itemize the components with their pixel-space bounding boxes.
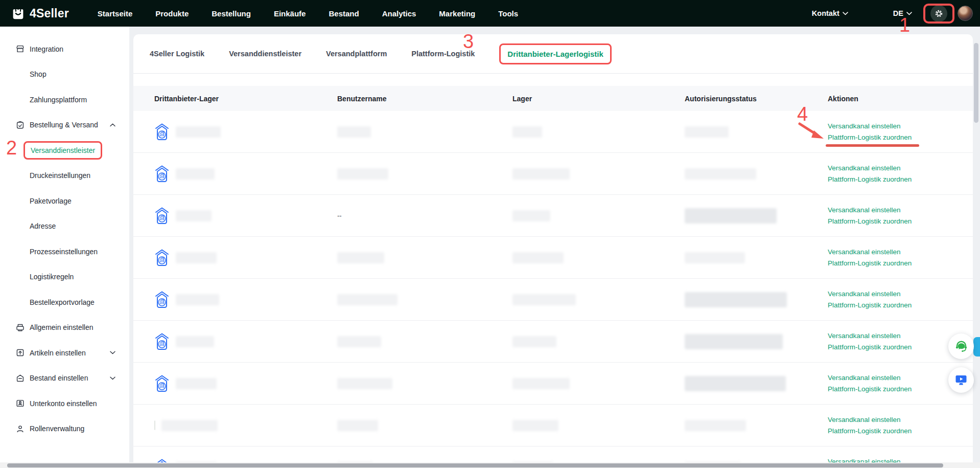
cell-actions: Versandkanal einstellenPlattform-Logisti…: [828, 290, 973, 309]
sidebar-item-allgemein-einstellen[interactable]: Allgemein einstellen: [0, 315, 129, 341]
cell-username: --: [337, 212, 512, 219]
cell-username: [337, 336, 512, 347]
sidebar-item-bestand-einstellen[interactable]: Bestand einstellen: [0, 366, 129, 391]
cell-status: [685, 208, 828, 224]
cell-lager: [512, 420, 685, 431]
redacted-username: [337, 252, 384, 263]
user-avatar[interactable]: [958, 6, 973, 21]
sidebar-item-zahlungsplattform[interactable]: Zahlungsplattform: [0, 87, 129, 113]
nav-item-produkte[interactable]: Produkte: [155, 9, 189, 18]
nav-item-einkäufe[interactable]: Einkäufe: [274, 9, 306, 18]
video-tutorial-button[interactable]: [948, 367, 974, 393]
action-plattform-logistik-zuordnen[interactable]: Plattform-Logistik zuordnen: [828, 175, 973, 183]
annotation-underline: [826, 144, 919, 147]
action-plattform-logistik-zuordnen[interactable]: Plattform-Logistik zuordnen: [828, 259, 973, 267]
id-card-icon: [15, 398, 25, 408]
action-plattform-logistik-zuordnen[interactable]: Plattform-Logistik zuordnen: [828, 301, 973, 309]
table-row: Versandkanal einstellenPlattform-Logisti…: [133, 405, 973, 447]
action-versandkanal-einstellen[interactable]: Versandkanal einstellen: [828, 122, 973, 130]
action-plattform-logistik-zuordnen[interactable]: Plattform-Logistik zuordnen: [828, 427, 973, 435]
tab-versandplattform[interactable]: Versandplattform: [326, 50, 387, 58]
sidebar-item-unterkonto-einstellen[interactable]: Unterkonto einstellen: [0, 391, 129, 416]
annotation-step-1: 1: [899, 15, 910, 35]
sidebar-item-adresse[interactable]: Adresse: [0, 214, 129, 239]
tab-drittanbieter-lagerlogistik[interactable]: Drittanbieter-Lagerlogistik: [499, 43, 612, 64]
cell-status: [685, 376, 828, 391]
redacted-status: [685, 420, 746, 431]
table-row: Versandkanal einstellenPlattform-Logisti…: [133, 237, 973, 279]
horizontal-scrollbar-thumb[interactable]: [7, 463, 943, 467]
column-header-lager: Lager: [512, 95, 685, 103]
nav-item-startseite[interactable]: Startseite: [98, 9, 132, 18]
vertical-scrollbar-thumb[interactable]: [974, 43, 978, 123]
nav-item-bestellung[interactable]: Bestellung: [212, 9, 251, 18]
tab-4seller-logistik[interactable]: 4Seller Logistik: [150, 50, 204, 58]
table-row: Versandkanal einstellenPlattform-Logisti…: [133, 363, 973, 405]
tab-versanddienstleister[interactable]: Versanddienstleister: [229, 50, 301, 58]
action-versandkanal-einstellen[interactable]: Versandkanal einstellen: [828, 206, 973, 214]
column-header-autorisierungsstatus: Autorisierungsstatus: [685, 95, 828, 103]
nav-item-analytics[interactable]: Analytics: [382, 9, 416, 18]
redacted-lager: [512, 336, 556, 347]
warehouse-blue-icon: [154, 165, 170, 183]
tabs-divider: [133, 73, 973, 74]
side-peek-tab[interactable]: [973, 337, 980, 356]
kontakt-label: Kontakt: [812, 9, 839, 17]
cell-username: [337, 420, 512, 431]
warehouse-blue-icon: [154, 332, 170, 351]
sidebar-item-rollenverwaltung[interactable]: Rollenverwaltung: [0, 416, 129, 442]
nav-item-tools[interactable]: Tools: [498, 9, 518, 18]
sidebar-item-shop[interactable]: Shop: [0, 62, 129, 87]
kontakt-dropdown[interactable]: Kontakt: [812, 9, 848, 17]
cell-status: [685, 252, 828, 263]
redacted-lager: [512, 378, 570, 389]
redacted-lager: [512, 252, 564, 263]
annotation-step-4: 4: [797, 104, 808, 124]
nav-item-marketing[interactable]: Marketing: [439, 9, 475, 18]
main-nav: StartseiteProdukteBestellungEinkäufeBest…: [98, 9, 518, 18]
sidebar-item-artikeln-einstellen[interactable]: Artikeln einstellen: [0, 340, 129, 366]
sidebar-item-prozesseinstellungen[interactable]: Prozesseinstellungen: [0, 239, 129, 264]
cell-status: [685, 292, 828, 307]
cell-lager: [512, 168, 685, 180]
sidebar-item-bestellung-versand[interactable]: Bestellung & Versand: [0, 113, 129, 138]
chevron-down-icon: [109, 376, 116, 381]
cell-warehouse: [154, 291, 337, 309]
cell-warehouse: [154, 165, 337, 183]
action-plattform-logistik-zuordnen[interactable]: Plattform-Logistik zuordnen: [828, 133, 973, 141]
cell-status: [685, 420, 828, 431]
sidebar-item-integration[interactable]: Integration: [0, 36, 129, 62]
redacted-status: [685, 292, 787, 307]
box-up-icon: [15, 348, 25, 358]
cell-status: [685, 168, 828, 180]
table-row: Versandkanal einstellenPlattform-Logisti…: [133, 321, 973, 363]
redacted-warehouse-name: [176, 378, 217, 389]
sidebar-item-versanddienstleister[interactable]: Versanddienstleister: [0, 138, 129, 163]
action-versandkanal-einstellen[interactable]: Versandkanal einstellen: [828, 164, 973, 172]
inventory-icon: [15, 373, 25, 383]
action-versandkanal-einstellen[interactable]: Versandkanal einstellen: [828, 416, 973, 424]
cell-lager: [512, 252, 685, 263]
cell-username: [337, 294, 512, 305]
redacted-lager: [512, 294, 576, 305]
support-chat-button[interactable]: [948, 333, 974, 359]
sidebar-item-logistikregeln[interactable]: Logistikregeln: [0, 264, 129, 290]
cell-warehouse: [154, 332, 337, 351]
app-logo[interactable]: 4Seller: [11, 7, 69, 20]
cell-actions: Versandkanal einstellenPlattform-Logisti…: [828, 416, 973, 435]
warehouse-blue-icon: [154, 123, 170, 141]
nav-item-bestand[interactable]: Bestand: [329, 9, 359, 18]
action-versandkanal-einstellen[interactable]: Versandkanal einstellen: [828, 248, 973, 256]
logo-text: 4Seller: [30, 7, 69, 20]
cell-actions: Versandkanal einstellenPlattform-Logisti…: [828, 164, 973, 183]
sidebar-item-bestellexportvorlage[interactable]: Bestellexportvorlage: [0, 289, 129, 315]
redacted-warehouse-name: [176, 252, 217, 263]
username-placeholder: --: [337, 212, 342, 219]
redacted-username: [337, 294, 398, 305]
horizontal-scrollbar[interactable]: [0, 462, 980, 468]
sidebar-item-paketvorlage[interactable]: Paketvorlage: [0, 188, 129, 214]
action-plattform-logistik-zuordnen[interactable]: Plattform-Logistik zuordnen: [828, 217, 973, 225]
sidebar-item-druckeinstellungen[interactable]: Druckeinstellungen: [0, 163, 129, 189]
action-versandkanal-einstellen[interactable]: Versandkanal einstellen: [828, 290, 973, 298]
redacted-status: [685, 376, 786, 391]
